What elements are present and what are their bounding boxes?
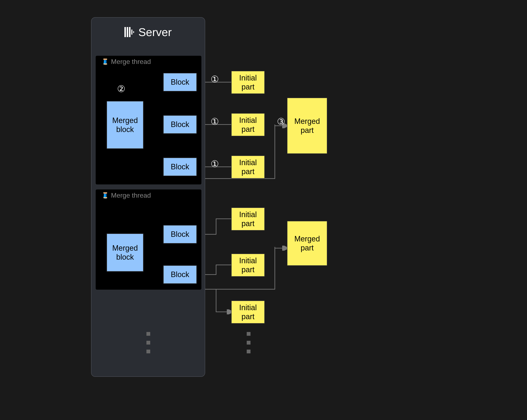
- server-ellipsis: [146, 332, 150, 353]
- block-label: Block: [171, 270, 189, 279]
- merge-thread-1-label: Merge thread: [111, 58, 151, 66]
- step-label-1b: ①: [211, 116, 219, 127]
- block-box-1-1: Block: [163, 73, 197, 91]
- merged-block-2: Merged block: [107, 233, 143, 272]
- initial-part-label: Initial part: [239, 158, 257, 176]
- block-box-1-2: Block: [163, 115, 197, 134]
- merged-block-1: Merged block: [107, 101, 143, 149]
- initial-part-label: Initial part: [239, 256, 257, 274]
- initial-part-label: Initial part: [239, 303, 257, 321]
- svg-rect-8: [129, 27, 131, 37]
- merged-part-label: Merged part: [294, 117, 320, 135]
- initial-part-1-1: Initial part: [231, 71, 265, 94]
- svg-rect-6: [124, 27, 126, 37]
- initial-part-label: Initial part: [239, 210, 257, 228]
- parts-ellipsis: [247, 332, 251, 353]
- step-label-3: ③: [277, 116, 285, 127]
- server-title: Server: [138, 26, 172, 39]
- block-box-2-1: Block: [163, 225, 197, 243]
- ellipsis-dot: [247, 332, 251, 336]
- thread-spool-icon: 🧵: [101, 58, 109, 65]
- server-panel: Server 🧵 Merge thread 🧵 Merge thread: [91, 17, 205, 377]
- initial-part-2-extra: Initial part: [231, 301, 265, 324]
- thread-spool-icon: 🧵: [101, 192, 109, 199]
- merge-thread-2-label: Merge thread: [111, 191, 151, 199]
- ellipsis-dot: [247, 350, 251, 353]
- server-icon: [124, 27, 134, 38]
- block-box-2-2: Block: [163, 265, 197, 284]
- ellipsis-dot: [146, 341, 150, 345]
- initial-part-label: Initial part: [239, 73, 257, 91]
- merged-block-label: Merged block: [112, 243, 138, 262]
- block-label: Block: [171, 230, 189, 239]
- initial-part-2-1: Initial part: [231, 208, 265, 231]
- merged-part-2: Merged part: [287, 221, 327, 266]
- step-label-2: ②: [117, 84, 125, 94]
- merged-block-label: Merged block: [112, 116, 138, 134]
- merge-thread-1-header: 🧵 Merge thread: [96, 58, 201, 66]
- merged-part-label: Merged part: [294, 234, 320, 252]
- svg-rect-7: [127, 27, 128, 37]
- initial-part-label: Initial part: [239, 116, 257, 134]
- svg-rect-10: [133, 31, 134, 33]
- merge-thread-2-header: 🧵 Merge thread: [96, 191, 201, 199]
- block-label: Block: [171, 78, 189, 86]
- ellipsis-dot: [247, 341, 251, 345]
- block-label: Block: [171, 162, 189, 171]
- ellipsis-dot: [146, 350, 150, 353]
- block-label: Block: [171, 120, 189, 129]
- ellipsis-dot: [146, 332, 150, 336]
- merged-part-1: Merged part: [287, 98, 327, 154]
- svg-rect-9: [131, 30, 132, 35]
- initial-part-1-2: Initial part: [231, 113, 265, 136]
- step-label-1c: ①: [211, 158, 219, 169]
- server-header: Server: [91, 18, 205, 47]
- initial-part-2-2: Initial part: [231, 254, 265, 277]
- initial-part-1-3: Initial part: [231, 156, 265, 178]
- block-box-1-3: Block: [163, 158, 197, 176]
- step-label-1a: ①: [211, 74, 219, 84]
